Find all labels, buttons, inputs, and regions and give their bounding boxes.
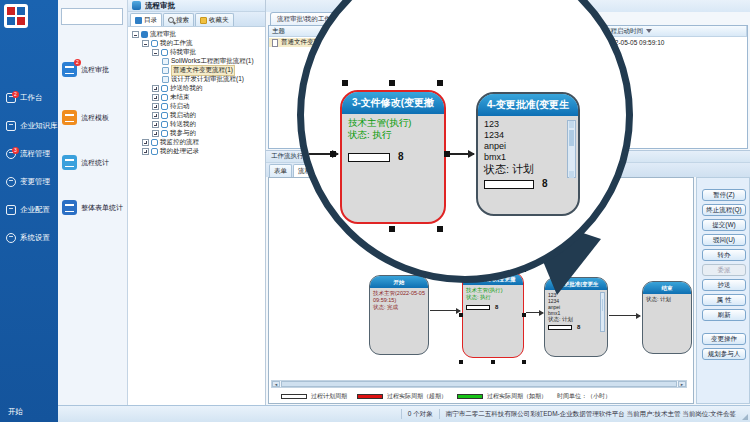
properties-button[interactable]: 属 性 xyxy=(702,294,746,306)
workbench-badge: 2 xyxy=(12,91,19,98)
node-line: 技术主管(2022-05-05 xyxy=(373,290,425,297)
horizontal-scrollbar[interactable]: ◄ ► xyxy=(271,380,687,388)
mag-node-file-modify[interactable]: 3-文件修改(变更撤 技术主管(执行) 状态: 执行 8 xyxy=(340,90,446,224)
node-line: 123 xyxy=(484,119,572,130)
module-item-stats[interactable]: 流程统计 xyxy=(62,155,109,170)
change-management-icon xyxy=(6,177,16,187)
module-item-approval[interactable]: 2 流程审批 xyxy=(62,62,109,77)
sidebar-item-knowledge[interactable]: 企业知识库 xyxy=(0,112,58,140)
progress-count: 8 xyxy=(577,324,580,330)
node-title: 3-文件修改(变更撤 xyxy=(342,92,444,114)
collapse-icon[interactable] xyxy=(132,31,139,38)
node-start[interactable]: 开始 技术主管(2022-05-05 09:59:15) 状态: 完成 xyxy=(369,275,429,355)
node-title: 开始 xyxy=(370,276,428,288)
tab-form[interactable]: 表单 xyxy=(269,164,292,177)
node-title: 结束 xyxy=(643,282,691,294)
selection-handle[interactable] xyxy=(491,360,495,364)
tree-item-participated[interactable]: 我参与的 xyxy=(128,129,265,138)
scroll-left-icon[interactable]: ◄ xyxy=(272,381,280,387)
selection-handle[interactable] xyxy=(522,313,526,317)
refresh-button[interactable]: 刷新 xyxy=(702,309,746,321)
tree-label: 流程审批 xyxy=(150,30,176,39)
expand-icon[interactable] xyxy=(152,130,159,137)
process-management-icon: 3 xyxy=(6,149,16,159)
sidebar-item-settings[interactable]: 系统设置 xyxy=(0,224,58,252)
sidebar-item-config[interactable]: 企业配置 xyxy=(0,196,58,224)
tree-item-unfinished[interactable]: 未结束 xyxy=(128,93,265,102)
tree-item-my-workflow[interactable]: 我的工作流 xyxy=(128,39,265,48)
submit-button[interactable]: 提交(W) xyxy=(702,219,746,231)
tree-item-monitored[interactable]: 我监控的流程 xyxy=(128,138,265,147)
statusbar-divider xyxy=(439,409,440,419)
action-panel: 暂停(Z) 终止流程(Q) 提交(W) 驳回(U) 转办 委派 抄送 属 性 刷… xyxy=(696,177,750,404)
node-line: bmx1 xyxy=(484,152,572,163)
tree-item-pending-approval[interactable]: 待我审批 xyxy=(128,48,265,57)
start-time-cell: 2022-05-05 09:59:10 xyxy=(601,39,747,46)
knowledge-base-icon xyxy=(6,121,16,131)
duration-legend: 过程计划周期 过程实际周期（超期） 过程实际周期（如期） 时间单位：（小时） xyxy=(271,391,691,401)
selection-handle[interactable] xyxy=(437,80,443,86)
tree-item-history[interactable]: 我的处理记录 xyxy=(128,147,265,156)
collapse-icon[interactable] xyxy=(142,40,149,47)
scrollbar-thumb[interactable] xyxy=(281,381,677,387)
node-title: 4-变更批准(变更生 xyxy=(478,94,578,116)
tree-item-forwarded-to-me[interactable]: 转送我的 xyxy=(128,120,265,129)
module-item-form-stats[interactable]: 整体表单统计 xyxy=(62,200,123,215)
module-search-input[interactable] xyxy=(61,8,123,25)
selection-handle[interactable] xyxy=(389,226,395,232)
cc-button[interactable]: 抄送 xyxy=(702,279,746,291)
selection-handle[interactable] xyxy=(459,360,463,364)
progress-bar xyxy=(466,305,490,310)
selection-handle[interactable] xyxy=(444,151,450,157)
tab-search[interactable]: 搜索 xyxy=(163,13,194,26)
node-status: 状态: 完成 xyxy=(373,304,425,311)
tab-favorites[interactable]: 收藏夹 xyxy=(195,13,234,26)
expand-icon[interactable] xyxy=(152,94,159,101)
tab-label: 收藏夹 xyxy=(209,16,229,25)
node-end[interactable]: 结束 状态: 计划 xyxy=(642,281,692,354)
flow-doc-icon xyxy=(162,58,169,65)
collapse-icon[interactable] xyxy=(152,49,159,56)
expand-icon[interactable] xyxy=(152,103,159,110)
reject-button[interactable]: 驳回(U) xyxy=(702,234,746,246)
pause-button[interactable]: 暂停(Z) xyxy=(702,189,746,201)
selection-handle[interactable] xyxy=(330,151,336,157)
node-scrollbar[interactable] xyxy=(567,120,576,178)
tree-item-root[interactable]: 流程审批 xyxy=(128,30,265,39)
tab-catalog[interactable]: 目录 xyxy=(130,13,162,26)
selection-handle[interactable] xyxy=(342,226,348,232)
expand-icon[interactable] xyxy=(152,112,159,119)
object-count: 0 个对象 xyxy=(408,410,433,419)
transfer-button[interactable]: 转办 xyxy=(702,249,746,261)
terminate-button[interactable]: 终止流程(Q) xyxy=(702,204,746,216)
mag-node-change-approve[interactable]: 4-变更批准(变更生 123 1234 anpei bmx1 状态: 计划 8 xyxy=(476,92,580,216)
expand-icon[interactable] xyxy=(142,139,149,146)
sidebar-item-change[interactable]: 变更管理 xyxy=(0,168,58,196)
change-operation-button[interactable]: 变更操作 xyxy=(702,333,746,345)
scroll-right-icon[interactable]: ► xyxy=(678,381,686,387)
module-item-template[interactable]: 流程模板 xyxy=(62,110,109,125)
selection-handle[interactable] xyxy=(437,226,443,232)
progress-bar xyxy=(484,180,534,189)
col-start-time[interactable]: 流程启动时间 xyxy=(601,26,747,36)
start-button[interactable]: 开始 xyxy=(8,407,23,417)
selection-handle[interactable] xyxy=(389,80,395,86)
expand-icon[interactable] xyxy=(152,85,159,92)
tree-item-design-plan-flow[interactable]: 设计开发计划审批流程(1) xyxy=(128,75,265,84)
sidebar-item-process[interactable]: 3 流程管理 xyxy=(0,140,58,168)
tree-label: 我的处理记录 xyxy=(160,147,199,156)
selection-handle[interactable] xyxy=(522,360,526,364)
selection-handle[interactable] xyxy=(342,80,348,86)
expand-icon[interactable] xyxy=(152,121,159,128)
selection-handle[interactable] xyxy=(459,313,463,317)
tree-item-common-change-flow[interactable]: 普通文件变更流程(1) xyxy=(128,66,265,75)
plan-participants-button[interactable]: 规划参与人 xyxy=(702,348,746,360)
sidebar-nav: 2 工作台 企业知识库 3 流程管理 变更管理 企业配置 系统设置 xyxy=(0,84,58,252)
expand-icon[interactable] xyxy=(142,148,149,155)
tree-item-cc-to-me[interactable]: 抄送给我的 xyxy=(128,84,265,93)
flow-arrow xyxy=(526,312,543,313)
tree-item-started-by-me[interactable]: 我启动的 xyxy=(128,111,265,120)
node-status: 状态: 计划 xyxy=(484,164,572,175)
sidebar-item-workbench[interactable]: 2 工作台 xyxy=(0,84,58,112)
tree-item-to-start[interactable]: 待启动 xyxy=(128,102,265,111)
